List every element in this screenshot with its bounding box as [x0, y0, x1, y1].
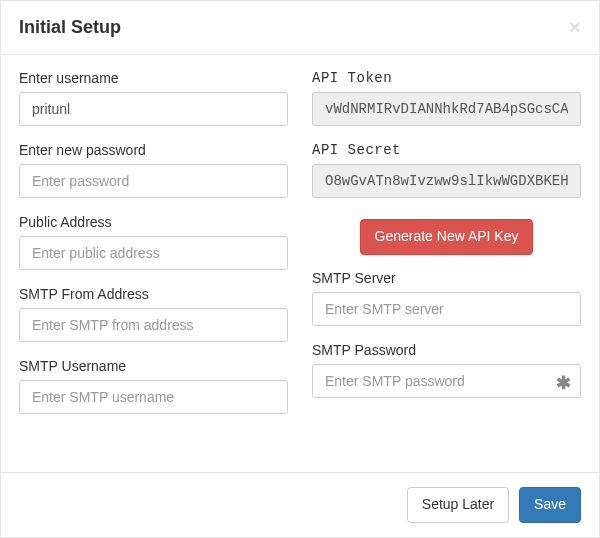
smtp-server-input[interactable]: [312, 292, 581, 326]
smtp-password-label: SMTP Password: [312, 342, 581, 358]
smtp-from-group: SMTP From Address: [19, 286, 288, 342]
modal-body: Enter username Enter new password Public…: [1, 55, 599, 472]
smtp-password-wrap: ✱: [312, 364, 581, 398]
api-token-field[interactable]: [312, 92, 581, 126]
modal-title: Initial Setup: [19, 16, 121, 39]
smtp-username-input[interactable]: [19, 380, 288, 414]
smtp-server-group: SMTP Server: [312, 270, 581, 326]
public-address-label: Public Address: [19, 214, 288, 230]
smtp-password-group: SMTP Password ✱: [312, 342, 581, 398]
modal-header: Initial Setup ×: [1, 1, 599, 55]
smtp-from-label: SMTP From Address: [19, 286, 288, 302]
smtp-from-input[interactable]: [19, 308, 288, 342]
public-address-group: Public Address: [19, 214, 288, 270]
close-icon[interactable]: ×: [569, 16, 581, 37]
smtp-username-label: SMTP Username: [19, 358, 288, 374]
smtp-username-group: SMTP Username: [19, 358, 288, 414]
form-row: Enter username Enter new password Public…: [19, 70, 581, 430]
generate-api-key-button[interactable]: Generate New API Key: [360, 219, 534, 255]
public-address-input[interactable]: [19, 236, 288, 270]
save-button[interactable]: Save: [519, 487, 581, 523]
api-secret-group: API Secret: [312, 142, 581, 198]
smtp-server-label: SMTP Server: [312, 270, 581, 286]
initial-setup-modal: Initial Setup × Enter username Enter new…: [0, 0, 600, 538]
password-label: Enter new password: [19, 142, 288, 158]
username-label: Enter username: [19, 70, 288, 86]
api-token-group: API Token: [312, 70, 581, 126]
api-secret-label: API Secret: [312, 142, 581, 158]
right-column: API Token API Secret Generate New API Ke…: [312, 70, 581, 430]
password-group: Enter new password: [19, 142, 288, 198]
smtp-password-input[interactable]: [312, 364, 581, 398]
username-group: Enter username: [19, 70, 288, 126]
password-input[interactable]: [19, 164, 288, 198]
left-column: Enter username Enter new password Public…: [19, 70, 288, 430]
username-input[interactable]: [19, 92, 288, 126]
generate-api-wrap: Generate New API Key: [312, 220, 581, 254]
setup-later-button[interactable]: Setup Later: [407, 487, 509, 523]
modal-footer: Setup Later Save: [1, 472, 599, 537]
api-secret-field[interactable]: [312, 164, 581, 198]
api-token-label: API Token: [312, 70, 581, 86]
